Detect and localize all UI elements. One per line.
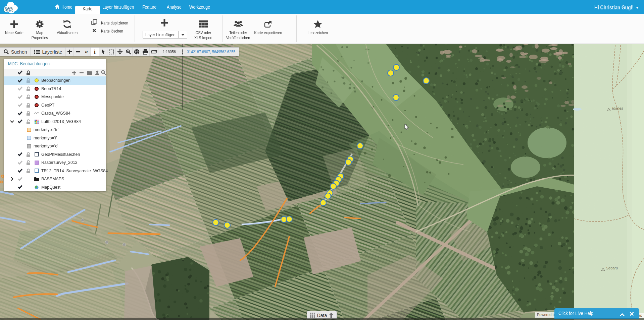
svg-text:Secaru: Secaru (606, 266, 618, 270)
svg-text:GiS: GiS (4, 7, 13, 13)
svg-text:Ioanes: Ioanes (612, 106, 624, 110)
